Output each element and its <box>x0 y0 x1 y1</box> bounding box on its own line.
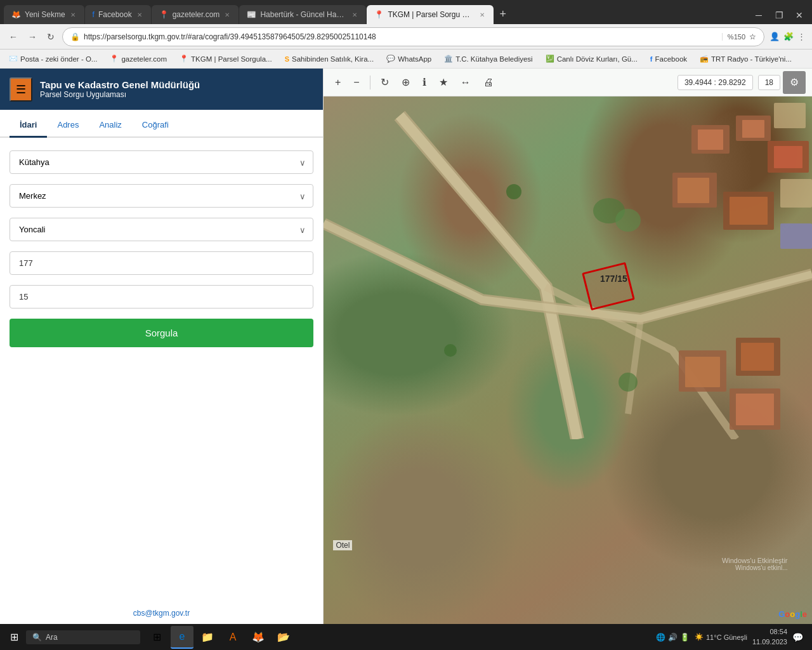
zoom-in-button[interactable]: + <box>330 74 346 91</box>
tab-tkgm[interactable]: 📍 TKGM | Parsel Sorgu Uygu... ✕ <box>367 5 494 24</box>
zoom-out-button[interactable]: − <box>348 74 364 91</box>
app-title-sub: Parsel Sorgu Uygulaması <box>40 90 200 99</box>
locate-button[interactable]: ⊕ <box>396 74 415 91</box>
close-button[interactable]: ✕ <box>790 6 808 24</box>
bookmark-whatsapp[interactable]: 💬 WhatsApp <box>383 53 435 64</box>
bookmark-facebook[interactable]: f Facebook <box>646 54 691 64</box>
parcel-input[interactable] <box>10 251 313 275</box>
svg-rect-8 <box>678 178 709 203</box>
restore-button[interactable]: ❐ <box>770 6 788 24</box>
sub-parcel-input[interactable] <box>10 285 313 308</box>
tab-adres[interactable]: Adres <box>47 114 89 138</box>
bookmarks-bar: ✉️ Posta - zeki önder - O... 📍 gazeteler… <box>0 50 812 69</box>
hamburger-menu[interactable]: ☰ <box>10 77 32 102</box>
bookmark-posta[interactable]: ✉️ Posta - zeki önder - O... <box>5 53 101 64</box>
minimize-button[interactable]: ─ <box>750 6 768 24</box>
battery-icon: 🔋 <box>680 633 690 642</box>
google-logo: Google <box>778 609 807 619</box>
bookmark-map-button[interactable]: ★ <box>434 74 453 91</box>
tab-facebook[interactable]: f Facebook ✕ <box>85 5 151 24</box>
tab-close-5[interactable]: ✕ <box>478 10 486 20</box>
volume-icon[interactable]: 🔊 <box>668 633 678 642</box>
svg-rect-11 <box>780 179 812 208</box>
bookmark-label: gazeteler.com <box>121 55 167 63</box>
autocad-icon[interactable]: A <box>221 626 244 649</box>
bookmark-gazeteler[interactable]: 📍 gazeteler.com <box>106 53 171 64</box>
tab-close-4[interactable]: ✕ <box>351 10 358 20</box>
svg-rect-3 <box>742 120 764 138</box>
tab-title-5: TKGM | Parsel Sorgu Uygu... <box>388 10 475 19</box>
district-dropdown[interactable]: Merkez <box>10 184 313 208</box>
city-dropdown-wrapper: Kütahya ∨ <box>10 150 313 174</box>
svg-rect-1 <box>698 129 723 150</box>
taskview-icon[interactable]: ⊞ <box>145 626 168 649</box>
bookmark-label: TRT Radyo - Türkiye'ni... <box>711 55 792 63</box>
trt-icon: 📻 <box>700 55 709 63</box>
toolbar-icons: 👤 🧩 ⋮ <box>769 32 806 41</box>
zoom-badge: %150 <box>722 33 745 41</box>
bookmark-sahibinden[interactable]: S Sahibinden Satılık, Kira... <box>281 54 377 64</box>
firefox-icon[interactable]: 🦊 <box>247 626 270 649</box>
search-icon: 🔍 <box>32 633 42 642</box>
tab-bar: 🦊 Yeni Sekme ✕ f Facebook ✕ 📍 gazeteler.… <box>0 0 812 24</box>
extensions-icon[interactable]: 🧩 <box>783 32 794 41</box>
refresh-button[interactable]: ↻ <box>376 74 394 91</box>
map-background[interactable]: 177/15 Windows'u Etkinleştir Windows'u e… <box>324 96 812 624</box>
neighborhood-dropdown-wrapper: Yoncali ∨ <box>10 218 313 241</box>
explorer-icon[interactable]: 📁 <box>196 626 219 649</box>
profile-icon[interactable]: 👤 <box>769 32 780 41</box>
sahibinden-icon: S <box>285 55 289 63</box>
tab-analiz[interactable]: Analiz <box>89 114 131 138</box>
email-link[interactable]: cbs@tkgm.gov.tr <box>133 609 190 618</box>
map-toolbar: + − ↻ ⊕ ℹ ★ ↔ 🖨 39.4944 : 29.8292 18 ⚙ <box>324 69 812 96</box>
start-button[interactable]: ⊞ <box>5 628 23 646</box>
app-title: Tapu ve Kadastro Genel Müdürlüğü Parsel … <box>40 79 200 99</box>
tab-close-3[interactable]: ✕ <box>223 10 231 20</box>
city-dropdown[interactable]: Kütahya <box>10 150 313 174</box>
forward-button[interactable]: → <box>25 29 39 44</box>
map-area: + − ↻ ⊕ ℹ ★ ↔ 🖨 39.4944 : 29.8292 18 ⚙ <box>324 69 812 624</box>
taskbar-search[interactable]: 🔍 Ara <box>26 630 140 644</box>
tab-favicon-1: 🦊 <box>11 10 21 19</box>
tab-close-2[interactable]: ✕ <box>136 10 143 20</box>
tab-close-1[interactable]: ✕ <box>69 10 77 20</box>
tab-idari[interactable]: İdari <box>10 114 47 138</box>
search-placeholder: Ara <box>46 633 58 642</box>
window-controls: ─ ❐ ✕ <box>750 6 808 24</box>
bookmark-trt[interactable]: 📻 TRT Radyo - Türkiye'ni... <box>696 53 796 64</box>
tab-title-4: Habertürk - Güncel Haber... <box>260 10 347 19</box>
query-button[interactable]: Sorgula <box>10 319 313 347</box>
tab-yeni-sekme[interactable]: 🦊 Yeni Sekme ✕ <box>4 5 84 24</box>
bookmark-label: Facebook <box>655 55 688 63</box>
tab-cografi[interactable]: Coğrafi <box>132 114 179 138</box>
tab-haberturk[interactable]: 📰 Habertürk - Güncel Haber... ✕ <box>239 5 366 24</box>
svg-rect-15 <box>741 343 774 371</box>
files-icon[interactable]: 📂 <box>272 626 295 649</box>
tab-gazeteler[interactable]: 📍 gazeteler.com ✕ <box>152 5 239 24</box>
browser-chrome: 🦊 Yeni Sekme ✕ f Facebook ✕ 📍 gazeteler.… <box>0 0 812 69</box>
menu-icon[interactable]: ⋮ <box>797 32 806 41</box>
map-settings-button[interactable]: ⚙ <box>783 71 806 94</box>
posta-icon: ✉️ <box>9 55 18 63</box>
notification-icon[interactable]: 💬 <box>792 632 803 642</box>
info-button[interactable]: ℹ <box>417 74 431 91</box>
neighborhood-dropdown[interactable]: Yoncali <box>10 218 313 241</box>
bookmark-kutahya[interactable]: 🏛️ T.C. Kütahya Belediyesi <box>440 53 536 64</box>
network-icon[interactable]: 🌐 <box>656 633 665 642</box>
app-header: ☰ Tapu ve Kadastro Genel Müdürlüğü Parse… <box>0 69 323 110</box>
clock-date: 11.09.2023 <box>752 637 787 647</box>
print-button[interactable]: 🖨 <box>478 74 499 91</box>
svg-rect-6 <box>774 103 806 128</box>
bookmark-tkgm[interactable]: 📍 TKGM | Parsel Sorgula... <box>176 53 276 64</box>
svg-point-22 <box>619 373 638 392</box>
system-clock[interactable]: 08:54 11.09.2023 <box>752 627 787 647</box>
bookmark-label: Sahibinden Satılık, Kira... <box>292 55 374 63</box>
arrow-button[interactable]: ↔ <box>455 74 476 91</box>
svg-point-21 <box>506 184 521 199</box>
edge-icon[interactable]: e <box>171 626 193 649</box>
new-tab-button[interactable]: + <box>494 8 511 21</box>
bookmark-doviz[interactable]: 💹 Canlı Döviz Kurları, Gü... <box>542 53 641 64</box>
reload-button[interactable]: ↻ <box>44 29 57 44</box>
url-bar[interactable]: 🔒 https://parselsorgu.tkgm.gov.tr/#ara/c… <box>62 27 764 46</box>
back-button[interactable]: ← <box>6 29 20 44</box>
